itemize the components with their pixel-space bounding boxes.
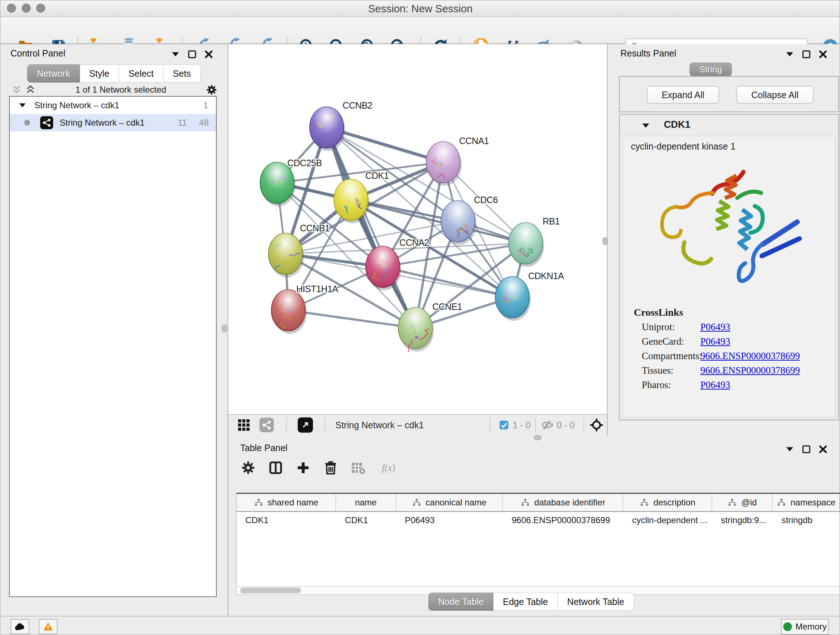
panel-undock-icon[interactable] [801, 444, 812, 454]
column-label: @id [741, 497, 757, 508]
crosslink-value[interactable]: 9606.ENSP00000378699 [700, 350, 800, 362]
node-HIST1H1A[interactable]: HIST1H1A [271, 284, 338, 334]
right-splitter-handle[interactable] [602, 237, 608, 245]
node-label-CCNA1: CCNA1 [459, 136, 489, 146]
section-expander-icon[interactable] [641, 120, 651, 131]
tab-edge-table[interactable]: Edge Table [493, 593, 558, 611]
crosslink-label: Pharos: [642, 379, 700, 391]
node-CDC25B[interactable]: CDC25B [260, 158, 322, 206]
crosslink-value[interactable]: P06493 [700, 321, 730, 333]
results-panel: Results Panel String Expand All Collapse… [607, 44, 840, 435]
network-collection-row[interactable]: String Network – cdk1 1 [10, 97, 216, 114]
control-panel-title: Control Panel [11, 48, 65, 59]
cloud-icon [14, 621, 25, 632]
column-header-name[interactable]: name [336, 494, 396, 511]
tab-string[interactable]: String [690, 63, 732, 76]
crosslinks-title: CrossLinks [634, 307, 835, 318]
table-cell: CDK1 [237, 512, 336, 529]
expand-all-icon[interactable] [25, 84, 36, 95]
protein-structure-image [651, 158, 807, 303]
node-RB1[interactable]: RB1 [508, 216, 560, 267]
tab-network-table[interactable]: Network Table [558, 593, 634, 611]
status-bar: Memory [0, 616, 840, 635]
left-splitter-handle[interactable] [222, 325, 227, 333]
bottom-splitter-handle[interactable] [534, 435, 542, 440]
column-header-canonical-name[interactable]: canonical name [396, 494, 503, 511]
memory-status-icon [783, 622, 792, 631]
table-row[interactable]: CDK1CDK1P064939606.ENSP00000378699cyclin… [237, 512, 840, 529]
memory-label: Memory [796, 622, 827, 632]
crosslink-value[interactable]: 9606.ENSP00000378699 [700, 365, 800, 376]
column-header-description[interactable]: description [623, 494, 712, 511]
panel-float-icon[interactable] [785, 49, 795, 59]
application-window: Session: New Session [0, 0, 840, 635]
expand-all-button[interactable]: Expand All [647, 86, 719, 104]
table-cell: cyclin-dependent ... [623, 512, 712, 529]
results-buttons-box: Expand All Collapse All [619, 76, 839, 112]
table-gear-icon[interactable] [240, 460, 256, 475]
node-CCNB1[interactable]: CCNB1 [268, 223, 330, 277]
crosslink-label: Compartments: [642, 350, 700, 362]
node-CCNE1[interactable]: CCNE1 [398, 302, 462, 352]
crosslink-value[interactable]: P06493 [700, 379, 730, 391]
gear-icon[interactable] [206, 84, 218, 96]
crosslink-value[interactable]: P06493 [700, 336, 730, 347]
table-panel-title: Table Panel [240, 443, 287, 453]
crosslink-label: Uniprot: [642, 321, 700, 333]
node-table: shared namenamecanonical namedatabase id… [236, 493, 840, 586]
birdseye-toggle-button[interactable] [237, 415, 251, 435]
collection-expander-icon[interactable] [18, 101, 27, 110]
tree-icon [521, 498, 530, 507]
main-toolbar [0, 17, 840, 44]
show-columns-icon[interactable] [268, 460, 283, 475]
tab-style[interactable]: Style [80, 65, 119, 82]
column-header-namespace[interactable]: namespace [773, 494, 840, 511]
network-row[interactable]: String Network – cdk1 11 48 [10, 114, 216, 131]
panel-close-icon[interactable] [818, 49, 828, 59]
edge-CCNB2-CCNE1[interactable] [327, 127, 415, 328]
delete-column-icon[interactable] [323, 460, 338, 475]
tab-network[interactable]: Network [27, 65, 80, 82]
hidden-counter: 0 - 0 [557, 420, 575, 431]
memory-button[interactable]: Memory [781, 619, 829, 635]
automation-status-button[interactable] [11, 619, 29, 634]
panel-float-icon[interactable] [171, 49, 180, 59]
crosslink-row: Uniprot:P06493 [642, 321, 835, 333]
edge-HIST1H1A-CCNE1[interactable] [288, 310, 415, 328]
network-type-button[interactable] [259, 415, 274, 435]
node-CCNB2[interactable]: CCNB2 [309, 100, 372, 151]
node-CDKN1A[interactable]: CDKN1A [495, 271, 564, 321]
fit-content-button[interactable] [589, 415, 604, 435]
node-CDC6[interactable]: CDC6 [441, 195, 498, 245]
column-label: database identifier [534, 497, 605, 508]
panel-float-icon[interactable] [785, 444, 795, 454]
scrollbar-thumb[interactable] [240, 587, 301, 593]
crosslink-label: Tissues: [642, 365, 700, 376]
node-label-CDK1: CDK1 [365, 171, 389, 181]
tab-node-table[interactable]: Node Table [428, 593, 493, 611]
collapse-all-icon[interactable] [11, 84, 22, 95]
tab-sets[interactable]: Sets [164, 65, 201, 82]
column-header--id[interactable]: @id [712, 494, 773, 511]
panel-close-icon[interactable] [818, 444, 828, 454]
column-label: canonical name [426, 497, 486, 508]
column-header-database-identifier[interactable]: database identifier [503, 494, 623, 511]
panel-close-icon[interactable] [204, 49, 214, 59]
collapse-all-button[interactable]: Collapse All [736, 86, 813, 104]
column-header-shared-name[interactable]: shared name [237, 494, 336, 511]
tab-select[interactable]: Select [119, 65, 163, 82]
panel-undock-icon[interactable] [187, 49, 197, 59]
warnings-button[interactable] [39, 619, 57, 634]
share-icon [259, 418, 274, 432]
node-CCNA1[interactable]: CCNA1 [426, 136, 489, 186]
tree-icon [254, 498, 264, 507]
node-label-CCNB2: CCNB2 [343, 100, 372, 111]
separator [584, 417, 584, 433]
open-in-window-button[interactable] [298, 415, 313, 435]
network-canvas[interactable]: CCNB2CCNA1CDC25BCDK1CDC6RB1CCNB1CCNA2CDK… [228, 44, 607, 414]
network-edge-count: 48 [199, 118, 209, 128]
add-column-icon[interactable] [295, 460, 311, 475]
network-selection-status: 1 of 1 Network selected [36, 85, 206, 95]
separator [535, 417, 536, 433]
panel-undock-icon[interactable] [801, 49, 812, 59]
